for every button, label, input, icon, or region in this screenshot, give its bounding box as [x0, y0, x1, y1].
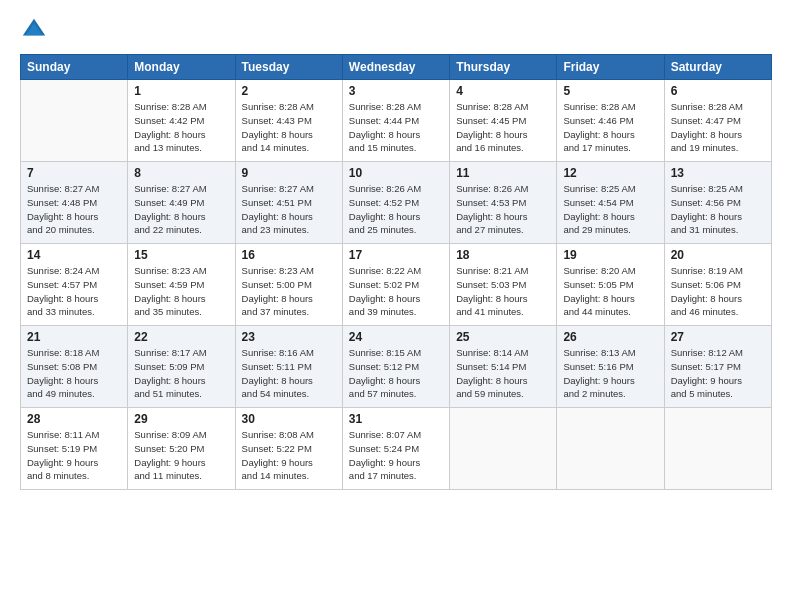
day-info: Sunrise: 8:27 AM Sunset: 4:48 PM Dayligh… [27, 182, 121, 237]
calendar-cell: 27Sunrise: 8:12 AM Sunset: 5:17 PM Dayli… [664, 326, 771, 408]
calendar-cell: 6Sunrise: 8:28 AM Sunset: 4:47 PM Daylig… [664, 80, 771, 162]
day-info: Sunrise: 8:25 AM Sunset: 4:54 PM Dayligh… [563, 182, 657, 237]
calendar-cell: 21Sunrise: 8:18 AM Sunset: 5:08 PM Dayli… [21, 326, 128, 408]
day-number: 30 [242, 412, 336, 426]
day-info: Sunrise: 8:26 AM Sunset: 4:52 PM Dayligh… [349, 182, 443, 237]
day-number: 5 [563, 84, 657, 98]
calendar-cell: 10Sunrise: 8:26 AM Sunset: 4:52 PM Dayli… [342, 162, 449, 244]
weekday-header-sunday: Sunday [21, 55, 128, 80]
day-info: Sunrise: 8:28 AM Sunset: 4:46 PM Dayligh… [563, 100, 657, 155]
day-info: Sunrise: 8:18 AM Sunset: 5:08 PM Dayligh… [27, 346, 121, 401]
day-number: 3 [349, 84, 443, 98]
weekday-header-thursday: Thursday [450, 55, 557, 80]
day-info: Sunrise: 8:21 AM Sunset: 5:03 PM Dayligh… [456, 264, 550, 319]
day-info: Sunrise: 8:08 AM Sunset: 5:22 PM Dayligh… [242, 428, 336, 483]
day-number: 24 [349, 330, 443, 344]
calendar-cell: 20Sunrise: 8:19 AM Sunset: 5:06 PM Dayli… [664, 244, 771, 326]
calendar-cell: 29Sunrise: 8:09 AM Sunset: 5:20 PM Dayli… [128, 408, 235, 490]
day-number: 29 [134, 412, 228, 426]
calendar-cell: 2Sunrise: 8:28 AM Sunset: 4:43 PM Daylig… [235, 80, 342, 162]
logo-icon [20, 16, 48, 44]
calendar-cell: 30Sunrise: 8:08 AM Sunset: 5:22 PM Dayli… [235, 408, 342, 490]
day-info: Sunrise: 8:16 AM Sunset: 5:11 PM Dayligh… [242, 346, 336, 401]
day-info: Sunrise: 8:28 AM Sunset: 4:44 PM Dayligh… [349, 100, 443, 155]
day-number: 23 [242, 330, 336, 344]
calendar-cell: 12Sunrise: 8:25 AM Sunset: 4:54 PM Dayli… [557, 162, 664, 244]
calendar-cell: 26Sunrise: 8:13 AM Sunset: 5:16 PM Dayli… [557, 326, 664, 408]
calendar-cell: 7Sunrise: 8:27 AM Sunset: 4:48 PM Daylig… [21, 162, 128, 244]
day-info: Sunrise: 8:25 AM Sunset: 4:56 PM Dayligh… [671, 182, 765, 237]
day-number: 9 [242, 166, 336, 180]
calendar-cell: 17Sunrise: 8:22 AM Sunset: 5:02 PM Dayli… [342, 244, 449, 326]
calendar-cell: 25Sunrise: 8:14 AM Sunset: 5:14 PM Dayli… [450, 326, 557, 408]
day-info: Sunrise: 8:24 AM Sunset: 4:57 PM Dayligh… [27, 264, 121, 319]
day-info: Sunrise: 8:22 AM Sunset: 5:02 PM Dayligh… [349, 264, 443, 319]
day-info: Sunrise: 8:20 AM Sunset: 5:05 PM Dayligh… [563, 264, 657, 319]
calendar-cell [557, 408, 664, 490]
day-info: Sunrise: 8:23 AM Sunset: 4:59 PM Dayligh… [134, 264, 228, 319]
day-number: 22 [134, 330, 228, 344]
day-number: 25 [456, 330, 550, 344]
day-number: 21 [27, 330, 121, 344]
day-info: Sunrise: 8:12 AM Sunset: 5:17 PM Dayligh… [671, 346, 765, 401]
calendar-cell: 16Sunrise: 8:23 AM Sunset: 5:00 PM Dayli… [235, 244, 342, 326]
calendar-cell: 11Sunrise: 8:26 AM Sunset: 4:53 PM Dayli… [450, 162, 557, 244]
calendar-cell: 31Sunrise: 8:07 AM Sunset: 5:24 PM Dayli… [342, 408, 449, 490]
calendar-cell: 13Sunrise: 8:25 AM Sunset: 4:56 PM Dayli… [664, 162, 771, 244]
weekday-header-wednesday: Wednesday [342, 55, 449, 80]
day-info: Sunrise: 8:19 AM Sunset: 5:06 PM Dayligh… [671, 264, 765, 319]
day-info: Sunrise: 8:27 AM Sunset: 4:49 PM Dayligh… [134, 182, 228, 237]
calendar-cell: 15Sunrise: 8:23 AM Sunset: 4:59 PM Dayli… [128, 244, 235, 326]
calendar-cell: 8Sunrise: 8:27 AM Sunset: 4:49 PM Daylig… [128, 162, 235, 244]
day-number: 17 [349, 248, 443, 262]
weekday-header-saturday: Saturday [664, 55, 771, 80]
calendar-cell: 19Sunrise: 8:20 AM Sunset: 5:05 PM Dayli… [557, 244, 664, 326]
day-number: 4 [456, 84, 550, 98]
day-number: 15 [134, 248, 228, 262]
day-info: Sunrise: 8:28 AM Sunset: 4:42 PM Dayligh… [134, 100, 228, 155]
day-info: Sunrise: 8:17 AM Sunset: 5:09 PM Dayligh… [134, 346, 228, 401]
day-info: Sunrise: 8:28 AM Sunset: 4:47 PM Dayligh… [671, 100, 765, 155]
calendar-cell: 22Sunrise: 8:17 AM Sunset: 5:09 PM Dayli… [128, 326, 235, 408]
day-number: 8 [134, 166, 228, 180]
day-number: 18 [456, 248, 550, 262]
day-number: 16 [242, 248, 336, 262]
calendar-cell: 3Sunrise: 8:28 AM Sunset: 4:44 PM Daylig… [342, 80, 449, 162]
calendar-cell: 9Sunrise: 8:27 AM Sunset: 4:51 PM Daylig… [235, 162, 342, 244]
calendar-cell: 4Sunrise: 8:28 AM Sunset: 4:45 PM Daylig… [450, 80, 557, 162]
week-row-3: 14Sunrise: 8:24 AM Sunset: 4:57 PM Dayli… [21, 244, 772, 326]
day-number: 31 [349, 412, 443, 426]
day-number: 7 [27, 166, 121, 180]
day-number: 6 [671, 84, 765, 98]
day-info: Sunrise: 8:09 AM Sunset: 5:20 PM Dayligh… [134, 428, 228, 483]
week-row-2: 7Sunrise: 8:27 AM Sunset: 4:48 PM Daylig… [21, 162, 772, 244]
calendar-cell: 14Sunrise: 8:24 AM Sunset: 4:57 PM Dayli… [21, 244, 128, 326]
day-number: 11 [456, 166, 550, 180]
weekday-header-row: SundayMondayTuesdayWednesdayThursdayFrid… [21, 55, 772, 80]
calendar-cell: 18Sunrise: 8:21 AM Sunset: 5:03 PM Dayli… [450, 244, 557, 326]
week-row-1: 1Sunrise: 8:28 AM Sunset: 4:42 PM Daylig… [21, 80, 772, 162]
day-info: Sunrise: 8:28 AM Sunset: 4:43 PM Dayligh… [242, 100, 336, 155]
calendar-cell: 24Sunrise: 8:15 AM Sunset: 5:12 PM Dayli… [342, 326, 449, 408]
weekday-header-friday: Friday [557, 55, 664, 80]
day-info: Sunrise: 8:14 AM Sunset: 5:14 PM Dayligh… [456, 346, 550, 401]
calendar-cell: 5Sunrise: 8:28 AM Sunset: 4:46 PM Daylig… [557, 80, 664, 162]
calendar-cell: 28Sunrise: 8:11 AM Sunset: 5:19 PM Dayli… [21, 408, 128, 490]
week-row-4: 21Sunrise: 8:18 AM Sunset: 5:08 PM Dayli… [21, 326, 772, 408]
calendar-cell: 23Sunrise: 8:16 AM Sunset: 5:11 PM Dayli… [235, 326, 342, 408]
day-number: 26 [563, 330, 657, 344]
weekday-header-monday: Monday [128, 55, 235, 80]
calendar-cell [664, 408, 771, 490]
day-info: Sunrise: 8:07 AM Sunset: 5:24 PM Dayligh… [349, 428, 443, 483]
logo [20, 16, 52, 44]
page-container: SundayMondayTuesdayWednesdayThursdayFrid… [0, 0, 792, 502]
week-row-5: 28Sunrise: 8:11 AM Sunset: 5:19 PM Dayli… [21, 408, 772, 490]
day-number: 14 [27, 248, 121, 262]
day-number: 2 [242, 84, 336, 98]
page-header [20, 16, 772, 44]
day-info: Sunrise: 8:26 AM Sunset: 4:53 PM Dayligh… [456, 182, 550, 237]
calendar-cell [450, 408, 557, 490]
weekday-header-tuesday: Tuesday [235, 55, 342, 80]
day-number: 13 [671, 166, 765, 180]
calendar-cell [21, 80, 128, 162]
